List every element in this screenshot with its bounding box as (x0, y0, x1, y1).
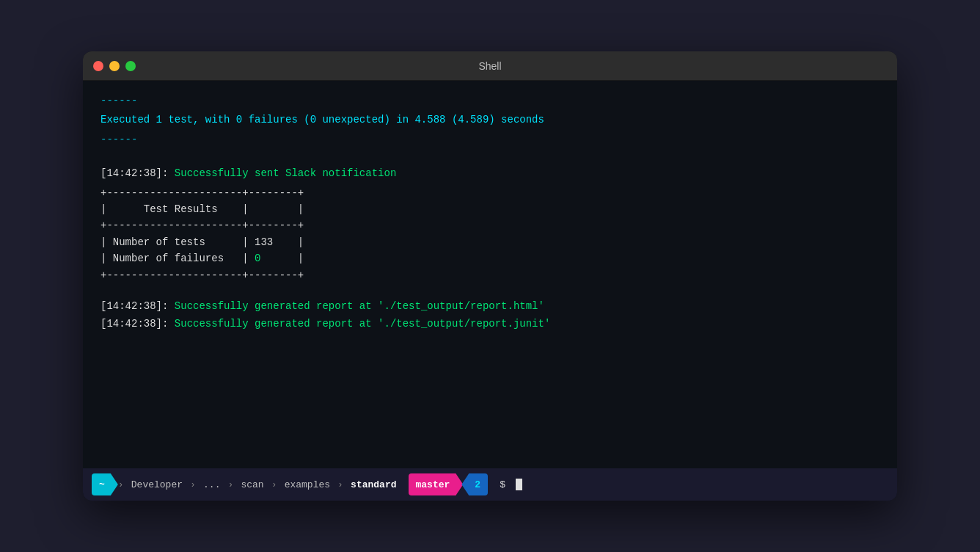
terminal-cursor (516, 479, 522, 490)
test-results-table: +----------------------+--------+ | Test… (100, 185, 880, 283)
log1-message: Successfully sent Slack notification (175, 167, 396, 179)
traffic-lights (93, 61, 136, 71)
log3-timestamp: [14:42:38]: (100, 318, 175, 330)
window-title: Shell (478, 60, 501, 72)
statusbar-dollar: $ (492, 473, 513, 495)
close-button[interactable] (93, 61, 103, 71)
minimize-button[interactable] (109, 61, 120, 71)
statusbar-ellipsis: ... (196, 473, 227, 495)
titlebar: Shell (83, 51, 897, 81)
log-line-2: [14:42:38]: Successfully generated repor… (100, 298, 880, 314)
log1-timestamp: [14:42:38]: (100, 167, 175, 179)
statusbar-developer: Developer (124, 473, 190, 495)
log2-message: Successfully generated report at './test… (175, 300, 544, 312)
terminal-body[interactable]: ------ Executed 1 test, with 0 failures … (83, 81, 897, 462)
statusbar-examples: examples (277, 473, 337, 495)
log-line-3: [14:42:38]: Successfully generated repor… (100, 316, 880, 332)
log-line-1: [14:42:38]: Successfully sent Slack noti… (100, 165, 880, 181)
arrow-3: › (229, 479, 232, 490)
terminal-window: Shell ------ Executed 1 test, with 0 fai… (83, 51, 897, 501)
table-row-tests: | Number of tests | 133 | (100, 234, 880, 250)
table-header: | Test Results | | (100, 201, 880, 217)
maximize-button[interactable] (125, 61, 136, 71)
statusbar-master: master (409, 473, 464, 495)
statusbar-scan: scan (233, 473, 271, 495)
log3-message: Successfully generated report at './test… (175, 318, 550, 330)
statusbar-home: ~ (92, 473, 118, 495)
arrow-1: › (120, 479, 122, 490)
arrow-2: › (191, 479, 194, 490)
statusbar-standard: standard (343, 473, 403, 495)
statusbar-count: 2 (461, 473, 488, 495)
separator-line-1: ------ (100, 92, 880, 109)
test-count: 133 (255, 236, 273, 248)
table-border-bot: +----------------------+--------+ (100, 267, 880, 283)
table-row-failures: | Number of failures | 0 | (100, 250, 880, 266)
arrow-5: › (339, 479, 342, 490)
exec-line: Executed 1 test, with 0 failures (0 unex… (100, 112, 880, 128)
table-border-mid: +----------------------+--------+ (100, 217, 880, 233)
separator-line-2: ------ (100, 131, 880, 148)
log2-timestamp: [14:42:38]: (100, 300, 175, 312)
arrow-4: › (273, 479, 276, 490)
table-border-top: +----------------------+--------+ (100, 185, 880, 201)
statusbar: ~ › Developer › ... › scan › examples › … (83, 468, 897, 501)
failure-count: 0 (255, 253, 260, 264)
